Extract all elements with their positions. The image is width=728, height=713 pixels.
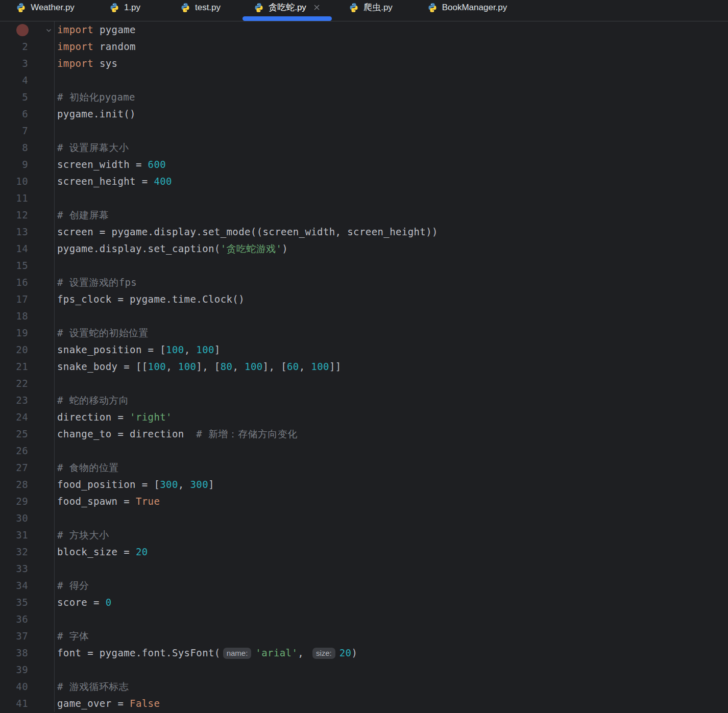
code-line[interactable]: 9screen_width = 600	[0, 156, 728, 173]
close-icon[interactable]	[313, 4, 321, 11]
code-text[interactable]	[55, 375, 728, 392]
gutter[interactable]: 32	[0, 544, 55, 560]
gutter[interactable]: 12	[0, 207, 55, 224]
gutter[interactable]	[0, 21, 55, 38]
code-text[interactable]: # 设置屏幕大小	[55, 139, 728, 156]
gutter[interactable]: 8	[0, 139, 55, 156]
code-text[interactable]: # 蛇的移动方向	[55, 392, 728, 409]
line-number[interactable]: 21	[0, 358, 28, 375]
code-line[interactable]: 2import random	[0, 38, 728, 55]
code-text[interactable]: block_size = 20	[55, 544, 728, 560]
code-text[interactable]: # 游戏循环标志	[55, 678, 728, 695]
gutter[interactable]: 9	[0, 156, 55, 173]
code-line[interactable]: 25change_to = direction # 新增：存储方向变化	[0, 426, 728, 442]
gutter[interactable]: 35	[0, 594, 55, 611]
code-line[interactable]: 37# 字体	[0, 628, 728, 645]
gutter[interactable]: 39	[0, 661, 55, 678]
line-number[interactable]: 24	[0, 409, 28, 426]
line-number[interactable]: 17	[0, 291, 28, 308]
line-number[interactable]: 13	[0, 224, 28, 240]
gutter[interactable]: 37	[0, 628, 55, 645]
code-text[interactable]	[55, 661, 728, 678]
code-line[interactable]: 5# 初始化pygame	[0, 89, 728, 106]
gutter[interactable]: 26	[0, 442, 55, 459]
tab-1.py[interactable]: 1.py	[90, 0, 159, 21]
code-text[interactable]	[55, 190, 728, 207]
code-text[interactable]: snake_position = [100, 100]	[55, 341, 728, 358]
gutter[interactable]: 31	[0, 527, 55, 544]
code-line[interactable]: 34# 得分	[0, 577, 728, 594]
code-line[interactable]: 3import sys	[0, 55, 728, 72]
code-text[interactable]: import random	[55, 38, 728, 55]
code-text[interactable]: # 创建屏幕	[55, 207, 728, 224]
code-line[interactable]: import pygame	[0, 21, 728, 38]
line-number[interactable]: 36	[0, 611, 28, 628]
gutter[interactable]: 24	[0, 409, 55, 426]
code-text[interactable]	[55, 122, 728, 139]
code-text[interactable]	[55, 308, 728, 325]
code-line[interactable]: 14pygame.display.set_caption('贪吃蛇游戏')	[0, 240, 728, 257]
breakpoint-icon[interactable]	[16, 24, 29, 36]
code-line[interactable]: 20snake_position = [100, 100]	[0, 341, 728, 358]
chevron-down-icon[interactable]	[45, 27, 52, 34]
code-line[interactable]: 12# 创建屏幕	[0, 207, 728, 224]
code-text[interactable]: import pygame	[55, 21, 728, 38]
code-text[interactable]	[55, 611, 728, 628]
code-line[interactable]: 28food_position = [300, 300]	[0, 476, 728, 493]
line-number[interactable]: 31	[0, 527, 28, 544]
code-text[interactable]: screen_height = 400	[55, 173, 728, 190]
code-line[interactable]: 23# 蛇的移动方向	[0, 392, 728, 409]
gutter[interactable]: 34	[0, 577, 55, 594]
line-number[interactable]: 2	[0, 38, 28, 55]
tab-爬虫.py[interactable]: 爬虫.py	[333, 0, 408, 21]
gutter[interactable]: 7	[0, 122, 55, 139]
line-number[interactable]: 22	[0, 375, 28, 392]
code-text[interactable]: # 初始化pygame	[55, 89, 728, 106]
line-number[interactable]: 38	[0, 645, 28, 661]
code-editor[interactable]: import pygame2import random3import sys45…	[0, 21, 728, 712]
code-line[interactable]: 38font = pygame.font.SysFont(name:'arial…	[0, 645, 728, 661]
code-line[interactable]: 13screen = pygame.display.set_mode((scre…	[0, 224, 728, 240]
gutter[interactable]: 41	[0, 695, 55, 712]
code-text[interactable]: # 得分	[55, 577, 728, 594]
code-line[interactable]: 31# 方块大小	[0, 527, 728, 544]
code-text[interactable]: # 字体	[55, 628, 728, 645]
code-line[interactable]: 21snake_body = [[100, 100], [80, 100], […	[0, 358, 728, 375]
code-line[interactable]: 41game_over = False	[0, 695, 728, 712]
line-number[interactable]: 26	[0, 442, 28, 459]
gutter[interactable]: 3	[0, 55, 55, 72]
gutter[interactable]: 19	[0, 325, 55, 341]
gutter[interactable]: 5	[0, 89, 55, 106]
code-text[interactable]: snake_body = [[100, 100], [80, 100], [60…	[55, 358, 728, 375]
line-number[interactable]: 9	[0, 156, 28, 173]
gutter[interactable]: 21	[0, 358, 55, 375]
code-text[interactable]: screen_width = 600	[55, 156, 728, 173]
code-text[interactable]: fps_clock = pygame.time.Clock()	[55, 291, 728, 308]
line-number[interactable]: 37	[0, 628, 28, 645]
line-number[interactable]: 3	[0, 55, 28, 72]
code-line[interactable]: 24direction = 'right'	[0, 409, 728, 426]
line-number[interactable]: 28	[0, 476, 28, 493]
line-number[interactable]: 5	[0, 89, 28, 106]
code-text[interactable]: score = 0	[55, 594, 728, 611]
line-number[interactable]: 7	[0, 122, 28, 139]
gutter[interactable]: 11	[0, 190, 55, 207]
gutter[interactable]: 38	[0, 645, 55, 661]
code-line[interactable]: 30	[0, 510, 728, 527]
line-number[interactable]: 23	[0, 392, 28, 409]
gutter[interactable]: 14	[0, 240, 55, 257]
tab-BookManager.py[interactable]: BookManager.py	[408, 0, 526, 21]
code-line[interactable]: 22	[0, 375, 728, 392]
gutter[interactable]: 13	[0, 224, 55, 240]
line-number[interactable]: 25	[0, 426, 28, 442]
code-text[interactable]	[55, 72, 728, 89]
code-line[interactable]: 35score = 0	[0, 594, 728, 611]
line-number[interactable]: 40	[0, 678, 28, 695]
line-number[interactable]: 16	[0, 274, 28, 291]
code-text[interactable]	[55, 560, 728, 577]
code-line[interactable]: 10screen_height = 400	[0, 173, 728, 190]
code-line[interactable]: 27# 食物的位置	[0, 459, 728, 476]
code-line[interactable]: 18	[0, 308, 728, 325]
tab-贪吃蛇.py[interactable]: 贪吃蛇.py	[241, 0, 333, 21]
gutter[interactable]: 33	[0, 560, 55, 577]
